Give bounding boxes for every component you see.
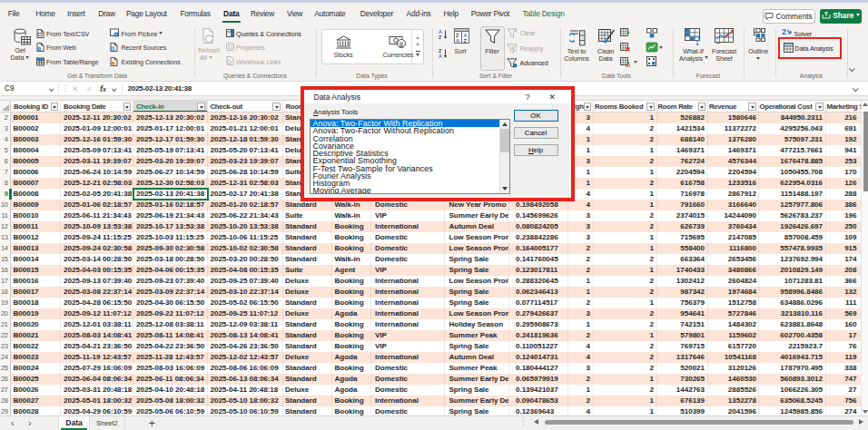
svg-text:?: ? (695, 34, 701, 46)
svg-text:A: A (456, 38, 459, 44)
svg-text:Z: Z (439, 34, 442, 40)
svg-text:2: 2 (782, 27, 786, 36)
svg-text:A: A (439, 54, 442, 59)
svg-text:Z: Z (464, 38, 468, 44)
